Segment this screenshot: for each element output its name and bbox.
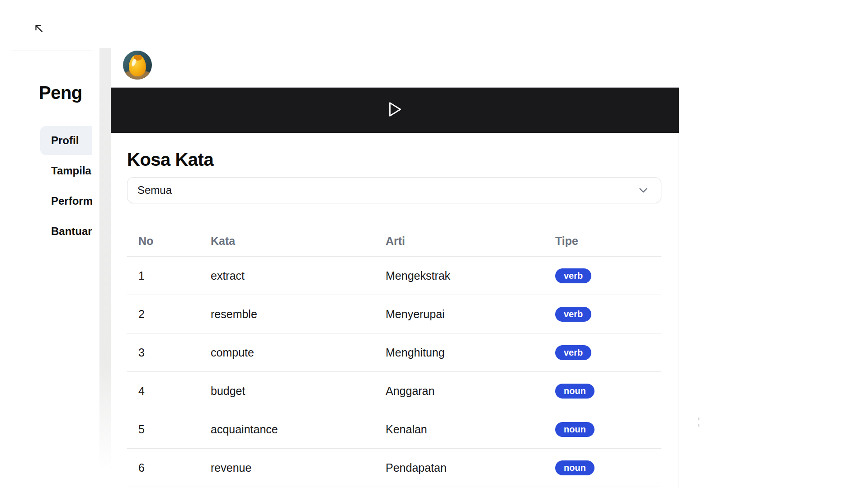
cell-tipe: noun <box>555 422 661 437</box>
cell-tipe: noun <box>555 384 661 399</box>
cell-no: 3 <box>138 346 211 359</box>
type-badge: verb <box>555 307 591 322</box>
settings-sidebar: Peng Profil Tampilan Performa Bantuan <box>0 0 92 488</box>
scrollbar-artifact <box>698 424 699 427</box>
cell-kata: resemble <box>211 308 386 321</box>
cell-no: 5 <box>138 423 211 436</box>
cell-tipe: verb <box>555 268 661 283</box>
sidebar-title: Peng <box>39 83 92 103</box>
avatar[interactable] <box>123 51 152 80</box>
type-badge: noun <box>555 384 594 399</box>
panel-right-border <box>679 133 679 488</box>
cell-tipe: verb <box>555 307 661 322</box>
cell-kata: revenue <box>211 461 386 474</box>
chevron-down-icon <box>639 188 647 193</box>
table-row: 6 revenue Pendapatan noun <box>127 449 661 487</box>
panel-edge-gutter <box>99 48 111 488</box>
table-row: 4 budget Anggaran noun <box>127 372 661 410</box>
header-kata: Kata <box>211 235 386 248</box>
main-panel: Kosa Kata Semua No Kata Arti Tipe 1 extr… <box>111 0 679 488</box>
scrollbar-artifact <box>698 418 699 420</box>
type-badge: verb <box>555 268 591 283</box>
cell-no: 2 <box>138 308 211 321</box>
type-badge: noun <box>555 460 594 475</box>
cell-no: 4 <box>138 385 211 398</box>
player-bar[interactable] <box>111 87 679 133</box>
table-row: 5 acquaintance Kenalan noun <box>127 410 661 449</box>
sidebar-divider <box>12 51 92 51</box>
play-icon[interactable] <box>388 101 402 119</box>
type-badge: verb <box>555 345 591 360</box>
cell-tipe: noun <box>555 460 661 475</box>
sidebar-item-tampilan[interactable]: Tampilan <box>40 156 92 185</box>
cell-arti: Menyerupai <box>386 308 555 321</box>
filter-dropdown[interactable]: Semua <box>127 177 661 203</box>
cell-kata: compute <box>211 346 386 359</box>
cell-arti: Menghitung <box>386 346 555 359</box>
table-row: 2 resemble Menyerupai verb <box>127 295 661 333</box>
cell-no: 6 <box>138 461 211 474</box>
page-title: Kosa Kata <box>127 150 213 170</box>
cell-arti: Pendapatan <box>386 461 555 474</box>
cell-tipe: verb <box>555 345 661 360</box>
sidebar-nav: Profil Tampilan Performa Bantuan <box>40 126 92 247</box>
screen: Peng Profil Tampilan Performa Bantuan <box>0 0 868 488</box>
header-no: No <box>138 235 211 248</box>
cell-no: 1 <box>138 269 211 282</box>
vocab-table: No Kata Arti Tipe 1 extract Mengekstrak … <box>127 226 661 487</box>
type-badge: noun <box>555 422 594 437</box>
cell-arti: Kenalan <box>386 423 555 436</box>
cell-kata: budget <box>211 385 386 398</box>
sidebar-item-performa[interactable]: Performa <box>40 187 92 216</box>
header-arti: Arti <box>386 235 555 248</box>
cell-kata: extract <box>211 269 386 282</box>
table-row: 1 extract Mengekstrak verb <box>127 257 661 295</box>
cell-kata: acquaintance <box>211 423 386 436</box>
cell-arti: Anggaran <box>386 385 555 398</box>
table-header-row: No Kata Arti Tipe <box>127 226 661 257</box>
sidebar-item-bantuan[interactable]: Bantuan <box>40 217 92 246</box>
cell-arti: Mengekstrak <box>386 269 555 282</box>
filter-dropdown-value: Semua <box>137 184 639 197</box>
header-tipe: Tipe <box>555 235 661 248</box>
sidebar-item-profil[interactable]: Profil <box>40 126 92 155</box>
table-row: 3 compute Menghitung verb <box>127 333 661 372</box>
